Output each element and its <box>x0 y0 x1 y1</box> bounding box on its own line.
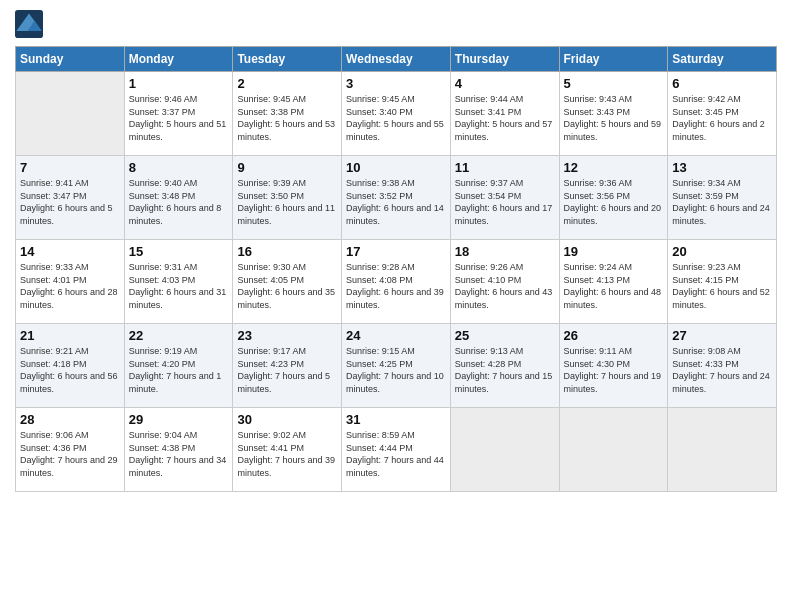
day-number: 21 <box>20 328 120 343</box>
weekday-header-friday: Friday <box>559 47 668 72</box>
weekday-header-row: SundayMondayTuesdayWednesdayThursdayFrid… <box>16 47 777 72</box>
calendar-cell: 30 Sunrise: 9:02 AMSunset: 4:41 PMDaylig… <box>233 408 342 492</box>
day-info: Sunrise: 9:06 AMSunset: 4:36 PMDaylight:… <box>20 429 120 479</box>
weekday-header-saturday: Saturday <box>668 47 777 72</box>
calendar-cell: 16 Sunrise: 9:30 AMSunset: 4:05 PMDaylig… <box>233 240 342 324</box>
day-info: Sunrise: 9:30 AMSunset: 4:05 PMDaylight:… <box>237 261 337 311</box>
day-number: 24 <box>346 328 446 343</box>
calendar-cell: 11 Sunrise: 9:37 AMSunset: 3:54 PMDaylig… <box>450 156 559 240</box>
calendar-cell: 14 Sunrise: 9:33 AMSunset: 4:01 PMDaylig… <box>16 240 125 324</box>
calendar-cell: 21 Sunrise: 9:21 AMSunset: 4:18 PMDaylig… <box>16 324 125 408</box>
day-number: 11 <box>455 160 555 175</box>
day-number: 15 <box>129 244 229 259</box>
day-info: Sunrise: 9:31 AMSunset: 4:03 PMDaylight:… <box>129 261 229 311</box>
weekday-header-monday: Monday <box>124 47 233 72</box>
calendar-cell: 27 Sunrise: 9:08 AMSunset: 4:33 PMDaylig… <box>668 324 777 408</box>
day-number: 28 <box>20 412 120 427</box>
calendar-cell <box>559 408 668 492</box>
day-info: Sunrise: 9:45 AMSunset: 3:38 PMDaylight:… <box>237 93 337 143</box>
day-info: Sunrise: 9:36 AMSunset: 3:56 PMDaylight:… <box>564 177 664 227</box>
day-number: 6 <box>672 76 772 91</box>
day-info: Sunrise: 9:44 AMSunset: 3:41 PMDaylight:… <box>455 93 555 143</box>
day-number: 20 <box>672 244 772 259</box>
calendar-cell: 8 Sunrise: 9:40 AMSunset: 3:48 PMDayligh… <box>124 156 233 240</box>
calendar-cell: 20 Sunrise: 9:23 AMSunset: 4:15 PMDaylig… <box>668 240 777 324</box>
weekday-header-wednesday: Wednesday <box>342 47 451 72</box>
calendar-cell: 7 Sunrise: 9:41 AMSunset: 3:47 PMDayligh… <box>16 156 125 240</box>
week-row-0: 1 Sunrise: 9:46 AMSunset: 3:37 PMDayligh… <box>16 72 777 156</box>
calendar-cell: 18 Sunrise: 9:26 AMSunset: 4:10 PMDaylig… <box>450 240 559 324</box>
day-number: 29 <box>129 412 229 427</box>
day-info: Sunrise: 9:15 AMSunset: 4:25 PMDaylight:… <box>346 345 446 395</box>
header <box>15 10 777 38</box>
day-number: 16 <box>237 244 337 259</box>
day-number: 7 <box>20 160 120 175</box>
calendar-cell: 12 Sunrise: 9:36 AMSunset: 3:56 PMDaylig… <box>559 156 668 240</box>
day-number: 25 <box>455 328 555 343</box>
day-number: 17 <box>346 244 446 259</box>
day-info: Sunrise: 9:42 AMSunset: 3:45 PMDaylight:… <box>672 93 772 143</box>
day-info: Sunrise: 9:11 AMSunset: 4:30 PMDaylight:… <box>564 345 664 395</box>
day-info: Sunrise: 9:37 AMSunset: 3:54 PMDaylight:… <box>455 177 555 227</box>
day-number: 4 <box>455 76 555 91</box>
calendar-cell: 31 Sunrise: 8:59 AMSunset: 4:44 PMDaylig… <box>342 408 451 492</box>
calendar-cell: 25 Sunrise: 9:13 AMSunset: 4:28 PMDaylig… <box>450 324 559 408</box>
day-number: 30 <box>237 412 337 427</box>
day-info: Sunrise: 9:13 AMSunset: 4:28 PMDaylight:… <box>455 345 555 395</box>
day-number: 23 <box>237 328 337 343</box>
weekday-header-thursday: Thursday <box>450 47 559 72</box>
week-row-2: 14 Sunrise: 9:33 AMSunset: 4:01 PMDaylig… <box>16 240 777 324</box>
calendar-cell <box>16 72 125 156</box>
calendar-cell: 1 Sunrise: 9:46 AMSunset: 3:37 PMDayligh… <box>124 72 233 156</box>
calendar-cell <box>450 408 559 492</box>
day-info: Sunrise: 9:41 AMSunset: 3:47 PMDaylight:… <box>20 177 120 227</box>
day-info: Sunrise: 9:46 AMSunset: 3:37 PMDaylight:… <box>129 93 229 143</box>
calendar-cell: 19 Sunrise: 9:24 AMSunset: 4:13 PMDaylig… <box>559 240 668 324</box>
calendar-cell: 3 Sunrise: 9:45 AMSunset: 3:40 PMDayligh… <box>342 72 451 156</box>
day-number: 18 <box>455 244 555 259</box>
day-number: 10 <box>346 160 446 175</box>
day-info: Sunrise: 9:24 AMSunset: 4:13 PMDaylight:… <box>564 261 664 311</box>
day-info: Sunrise: 9:21 AMSunset: 4:18 PMDaylight:… <box>20 345 120 395</box>
day-info: Sunrise: 9:23 AMSunset: 4:15 PMDaylight:… <box>672 261 772 311</box>
calendar-cell <box>668 408 777 492</box>
calendar-cell: 2 Sunrise: 9:45 AMSunset: 3:38 PMDayligh… <box>233 72 342 156</box>
calendar-cell: 13 Sunrise: 9:34 AMSunset: 3:59 PMDaylig… <box>668 156 777 240</box>
calendar-cell: 5 Sunrise: 9:43 AMSunset: 3:43 PMDayligh… <box>559 72 668 156</box>
calendar-cell: 4 Sunrise: 9:44 AMSunset: 3:41 PMDayligh… <box>450 72 559 156</box>
calendar-cell: 22 Sunrise: 9:19 AMSunset: 4:20 PMDaylig… <box>124 324 233 408</box>
day-number: 31 <box>346 412 446 427</box>
calendar-table: SundayMondayTuesdayWednesdayThursdayFrid… <box>15 46 777 492</box>
day-number: 22 <box>129 328 229 343</box>
calendar-cell: 10 Sunrise: 9:38 AMSunset: 3:52 PMDaylig… <box>342 156 451 240</box>
day-number: 26 <box>564 328 664 343</box>
week-row-3: 21 Sunrise: 9:21 AMSunset: 4:18 PMDaylig… <box>16 324 777 408</box>
page: SundayMondayTuesdayWednesdayThursdayFrid… <box>0 0 792 612</box>
day-number: 1 <box>129 76 229 91</box>
weekday-header-tuesday: Tuesday <box>233 47 342 72</box>
day-info: Sunrise: 9:33 AMSunset: 4:01 PMDaylight:… <box>20 261 120 311</box>
day-info: Sunrise: 9:38 AMSunset: 3:52 PMDaylight:… <box>346 177 446 227</box>
day-info: Sunrise: 9:02 AMSunset: 4:41 PMDaylight:… <box>237 429 337 479</box>
day-number: 12 <box>564 160 664 175</box>
logo-icon <box>15 10 43 38</box>
calendar-cell: 23 Sunrise: 9:17 AMSunset: 4:23 PMDaylig… <box>233 324 342 408</box>
calendar-cell: 6 Sunrise: 9:42 AMSunset: 3:45 PMDayligh… <box>668 72 777 156</box>
day-number: 13 <box>672 160 772 175</box>
day-number: 19 <box>564 244 664 259</box>
calendar-cell: 29 Sunrise: 9:04 AMSunset: 4:38 PMDaylig… <box>124 408 233 492</box>
week-row-1: 7 Sunrise: 9:41 AMSunset: 3:47 PMDayligh… <box>16 156 777 240</box>
day-info: Sunrise: 9:28 AMSunset: 4:08 PMDaylight:… <box>346 261 446 311</box>
calendar-cell: 24 Sunrise: 9:15 AMSunset: 4:25 PMDaylig… <box>342 324 451 408</box>
day-info: Sunrise: 8:59 AMSunset: 4:44 PMDaylight:… <box>346 429 446 479</box>
day-info: Sunrise: 9:43 AMSunset: 3:43 PMDaylight:… <box>564 93 664 143</box>
day-info: Sunrise: 9:19 AMSunset: 4:20 PMDaylight:… <box>129 345 229 395</box>
day-info: Sunrise: 9:04 AMSunset: 4:38 PMDaylight:… <box>129 429 229 479</box>
day-info: Sunrise: 9:17 AMSunset: 4:23 PMDaylight:… <box>237 345 337 395</box>
calendar-cell: 9 Sunrise: 9:39 AMSunset: 3:50 PMDayligh… <box>233 156 342 240</box>
weekday-header-sunday: Sunday <box>16 47 125 72</box>
day-info: Sunrise: 9:40 AMSunset: 3:48 PMDaylight:… <box>129 177 229 227</box>
day-number: 14 <box>20 244 120 259</box>
day-info: Sunrise: 9:26 AMSunset: 4:10 PMDaylight:… <box>455 261 555 311</box>
logo <box>15 10 47 38</box>
